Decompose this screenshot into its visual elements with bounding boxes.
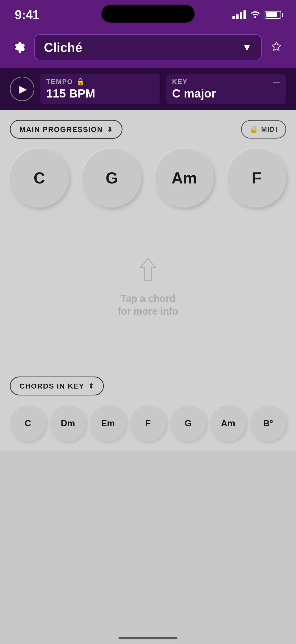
chords-in-key-section: CHORDS IN KEY ⬍ C Dm Em F G Am B°	[0, 367, 296, 451]
key-chord-button-am[interactable]: Am	[210, 405, 246, 441]
small-chords-row: C Dm Em F G Am B°	[10, 405, 286, 441]
key-chord-button-bdim[interactable]: B°	[250, 405, 286, 441]
home-indicator	[119, 637, 177, 639]
tap-hint-area: Tap a chord for more info	[10, 217, 286, 357]
progression-arrows-icon: ⬍	[107, 125, 113, 134]
controls-bar: ▶ TEMPO 🔒 115 BPM KEY — C major	[0, 68, 296, 110]
progression-header: MAIN PROGRESSION ⬍ 🔒 MIDI	[10, 120, 286, 139]
key-chord-button-dm[interactable]: Dm	[50, 405, 86, 441]
key-arrow-icon: —	[273, 78, 280, 86]
chords-in-key-arrows-icon: ⬍	[88, 382, 94, 390]
main-content: MAIN PROGRESSION ⬍ 🔒 MIDI C G Am F Tap	[0, 110, 296, 367]
key-chord-label-g: G	[185, 418, 191, 428]
chord-label-c: C	[34, 169, 45, 187]
key-box[interactable]: KEY — C major	[166, 74, 286, 104]
progression-title: MAIN PROGRESSION	[19, 125, 103, 134]
key-chord-label-bdim: B°	[263, 418, 273, 428]
key-label: KEY —	[172, 78, 280, 86]
wifi-icon	[250, 9, 261, 20]
key-chord-label-dm: Dm	[61, 418, 75, 428]
key-chord-label-f: F	[145, 418, 151, 428]
main-chords-row: C G Am F	[10, 148, 286, 208]
chord-label-g: G	[106, 169, 118, 187]
chord-button-g[interactable]: G	[82, 148, 141, 208]
key-chord-button-g[interactable]: G	[170, 405, 206, 441]
notch	[101, 5, 195, 22]
signal-icon	[233, 10, 246, 19]
tempo-box[interactable]: TEMPO 🔒 115 BPM	[40, 74, 160, 104]
tap-hint-text: Tap a chord for more info	[118, 292, 178, 318]
song-selector[interactable]: Cliché ▼	[34, 34, 262, 60]
tempo-label: TEMPO 🔒	[46, 78, 154, 86]
chord-button-f[interactable]: F	[227, 148, 286, 208]
key-chord-button-c[interactable]: C	[10, 405, 46, 441]
key-chord-label-am: Am	[221, 418, 235, 428]
app-header: Cliché ▼	[0, 30, 296, 68]
up-arrow-icon	[136, 257, 160, 285]
chord-label-am: Am	[172, 169, 197, 187]
tempo-value: 115 BPM	[46, 87, 154, 100]
play-button[interactable]: ▶	[10, 77, 34, 101]
chords-in-key-selector[interactable]: CHORDS IN KEY ⬍	[10, 376, 104, 396]
key-chord-button-f[interactable]: F	[130, 405, 166, 441]
dropdown-arrow-icon: ▼	[242, 42, 252, 53]
tempo-lock-icon: 🔒	[76, 78, 85, 86]
key-value: C major	[172, 87, 280, 100]
key-chord-button-em[interactable]: Em	[90, 405, 126, 441]
status-bar: 9:41	[0, 0, 296, 30]
chords-in-key-header: CHORDS IN KEY ⬍	[10, 376, 286, 396]
battery-icon	[265, 11, 281, 19]
status-icons	[233, 9, 281, 20]
progression-selector[interactable]: MAIN PROGRESSION ⬍	[10, 120, 122, 139]
key-chord-label-c: C	[25, 418, 31, 428]
favorite-button[interactable]	[267, 38, 286, 57]
midi-lock-icon: 🔒	[250, 125, 258, 133]
chord-label-f: F	[252, 169, 261, 187]
song-name: Cliché	[44, 40, 82, 55]
key-chord-label-em: Em	[101, 418, 115, 428]
settings-button[interactable]	[10, 38, 29, 57]
chord-button-c[interactable]: C	[10, 148, 69, 208]
midi-label: MIDI	[261, 126, 278, 133]
midi-button[interactable]: 🔒 MIDI	[241, 120, 286, 138]
chords-in-key-title: CHORDS IN KEY	[19, 382, 84, 390]
play-icon: ▶	[19, 83, 27, 94]
status-time: 9:41	[15, 7, 39, 22]
chord-button-am[interactable]: Am	[155, 148, 214, 208]
